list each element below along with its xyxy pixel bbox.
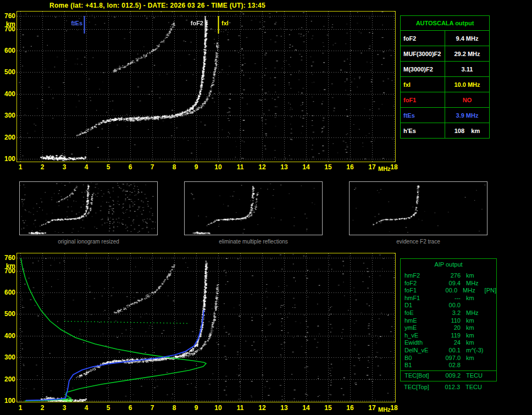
autoscala-param: M(3000)F2 [401,62,445,77]
autoscala-table-header: AUTOSCALA output [401,16,490,31]
aip-cell-v: 09.4 [441,280,461,287]
autoscala-param: h'Es [401,123,445,139]
thumbnail-eliminate-canvas [185,182,322,235]
ionogram-top-y-axis: 760700600500400300200100km [1,11,15,162]
x-tick-5: 5 [102,163,114,171]
aip-cell-n: foE [401,309,441,317]
thumbnail-caption-original: original ionogram resized [19,239,158,245]
station-title: Rome (lat: +41.8, lon: 012.5) - DATE: 20… [49,2,265,9]
aip-cell-u: MHz [457,287,485,295]
aip-cell-u: MHz [461,280,489,287]
x-tick-6: 6 [124,404,136,412]
aip-cell-u: km [461,317,489,325]
marker-label-ftEs: ftEs [71,20,82,26]
autoscala-param: foF1 [401,92,445,108]
aip-cell-u [461,302,489,309]
thumbnail-eliminate-reflections [184,181,323,235]
x-tick-8: 8 [168,163,180,171]
aip-output-box: AIP output hmF2276kmfoF209.4MHzfoF100.0M… [400,258,497,381]
x-tick-11: 11 [234,404,246,412]
aip-cell-x [489,309,496,317]
y-tick-100: 100 [1,397,15,404]
aip-cell-x [489,272,496,280]
thumbnail-evidence-f2-trace [349,181,487,235]
y-tick-760: 760 [1,254,15,261]
autoscala-value: 9.4 MHz [445,31,490,46]
x-tick-3: 3 [58,163,70,171]
ionogram-top-canvas [17,12,395,162]
y-tick-200: 200 [1,134,15,141]
x-tick-17: 17 [366,404,378,412]
y-tick-300: 300 [1,354,15,361]
x-tick-15: 15 [322,163,334,171]
aip-cell-u: km [461,324,489,332]
aip-cell-v: 097.0 [441,355,461,362]
aip-cell-x [489,362,496,369]
aip-cell-x [489,339,496,347]
autoscala-row-foF1: foF1NO [401,92,490,108]
autoscala-value: 108 km [445,123,490,139]
x-tick-16: 16 [344,163,356,171]
x-tick-9: 9 [190,404,202,412]
x-tick-14: 14 [300,404,312,412]
aip-cell-n: B0 [401,355,441,362]
aip-row-Ewidth: Ewidth24km [401,339,496,347]
autoscala-value: 3.9 MHz [445,108,490,123]
ionogram-bottom-x-axis: 123456789101112131415161718MHz [16,403,408,414]
x-tick-13: 13 [278,404,290,412]
autoscala-param: ftEs [401,108,445,123]
ionogram-top-plot: ftEsfoF2fxI [16,11,396,162]
y-tick-100: 100 [1,156,15,162]
aip-cell-u: km [461,355,489,362]
aip-cell-v: 00.0 [441,302,461,309]
aip-cell-v: 20 [441,324,461,332]
aip-cell-n: hmF2 [401,272,441,280]
x-tick-13: 13 [278,163,290,171]
thumbnail-original-canvas [20,182,157,235]
aip-row-B0: B0097.0km [401,355,496,362]
x-tick-12: 12 [256,404,268,412]
y-tick-200: 200 [1,376,15,383]
aip-cell-x [489,317,496,325]
aip-cell-x [489,280,496,287]
x-tick-15: 15 [322,404,334,412]
aip-cell-v: 24 [441,339,461,347]
aip-cell-u: MHz [461,309,489,317]
autoscala-param: foF2 [401,31,445,46]
aip-cell-n: foF1 [401,287,439,295]
aip-cell-v: 00.0 [439,287,457,295]
x-tick-1: 1 [14,404,26,412]
autoscala-value: 3.11 [445,62,490,77]
x-tick-16: 16 [344,404,356,412]
aip-table-header: AIP output [401,261,496,272]
aip-footer-value: 012.3 [440,384,460,391]
thumbnail-caption-eliminate: eliminate multiple reflections [184,239,323,245]
autoscala-window: Rome (lat: +41.8, lon: 012.5) - DATE: 20… [0,0,532,415]
y-tick-300: 300 [1,112,15,119]
aip-row-DelN_vE: DelN_vE00.1m^(-3) [401,347,496,355]
aip-footer-param: TEC[Top] [400,384,440,391]
aip-cell-v: 02.8 [441,362,461,369]
x-tick-7: 7 [146,163,158,171]
thumbnail-original-ionogram [19,181,158,235]
aip-footer-unit: TECU [460,384,489,391]
marker-label-fxI: fxI [221,20,229,26]
aip-cell-v: 009.2 [441,372,461,380]
y-tick-400: 400 [1,91,15,97]
ionogram-top-x-axis: 123456789101112131415161718MHz [16,163,408,174]
x-axis-unit: MHz [378,406,390,413]
autoscala-value: 10.0 MHz [445,77,490,92]
aip-cell-u: m^(-3) [461,347,489,355]
aip-cell-x [489,347,496,355]
aip-cell-u: TECU [461,372,489,380]
aip-cell-n: hmE [401,317,441,325]
aip-rows: hmF2276kmfoF209.4MHzfoF100.0MHz[PN]hmF1-… [401,272,496,379]
autoscala-output-table: AUTOSCALA output foF29.4 MHzMUF(3000)F22… [400,15,490,139]
x-tick-10: 10 [212,163,224,171]
x-tick-2: 2 [36,404,48,412]
aip-row-D1: D100.0 [401,302,496,309]
x-tick-2: 2 [36,163,48,171]
x-tick-10: 10 [212,404,224,412]
autoscala-value: NO [445,92,490,108]
aip-cell-x [489,355,496,362]
